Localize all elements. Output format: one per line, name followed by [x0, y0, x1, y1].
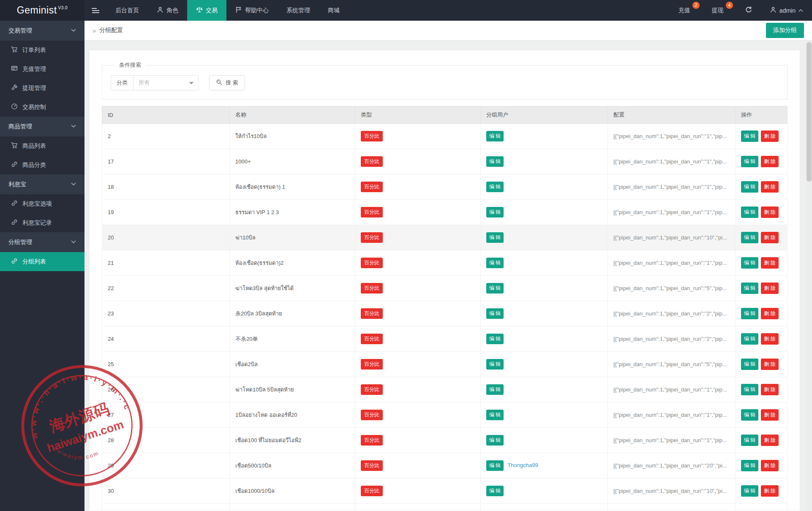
- sidebar-section-lixibao[interactable]: 利息宝: [0, 174, 84, 194]
- cell-type: 百分比: [355, 276, 481, 301]
- cell-actions: 编 辑删 除: [736, 276, 787, 301]
- search-button[interactable]: 搜 索: [209, 75, 245, 90]
- row-edit-button[interactable]: 编 辑: [741, 333, 758, 345]
- cart-icon: [11, 46, 18, 54]
- row-delete-button[interactable]: 删 除: [761, 156, 778, 167]
- sidebar-item-order-list[interactable]: 订单列表: [0, 41, 84, 60]
- group-edit-button[interactable]: 编 辑: [486, 232, 504, 243]
- group-edit-button[interactable]: 编 辑: [486, 182, 504, 192]
- sidebar-item-recharge-mgmt[interactable]: 充值管理: [0, 60, 84, 79]
- cell-actions: 编 辑删 除: [736, 149, 787, 174]
- type-badge: 百分比: [361, 359, 383, 370]
- content-card: 条件搜索 分类 所有 搜 索 ID 名称: [89, 50, 800, 511]
- row-edit-button[interactable]: 编 辑: [741, 257, 758, 269]
- group-edit-button[interactable]: 编 辑: [486, 486, 504, 496]
- group-edit-button[interactable]: 编 辑: [486, 435, 504, 446]
- scrollbar-track[interactable]: [806, 41, 812, 511]
- nav-item-help[interactable]: 帮助中心: [226, 0, 278, 21]
- nav-item-dashboard[interactable]: 后台首页: [106, 0, 148, 21]
- group-user-link[interactable]: Thongcha99: [507, 462, 538, 468]
- row-edit-button[interactable]: 编 辑: [741, 435, 758, 446]
- sidebar-item-group-list[interactable]: 分组列表: [0, 252, 84, 271]
- row-edit-button[interactable]: 编 辑: [741, 207, 758, 218]
- row-delete-button[interactable]: 删 除: [761, 409, 778, 421]
- row-delete-button[interactable]: 删 除: [761, 384, 778, 395]
- row-delete-button[interactable]: 删 除: [761, 181, 778, 193]
- sidebar-section-goods[interactable]: 商品管理: [0, 117, 84, 136]
- row-edit-button[interactable]: 编 辑: [741, 181, 758, 193]
- user-icon: [770, 6, 777, 14]
- row-edit-button[interactable]: 编 辑: [741, 384, 758, 395]
- row-delete-button[interactable]: 删 除: [761, 232, 778, 243]
- sidebar-item-lixibao-records[interactable]: 利息宝记录: [0, 213, 84, 232]
- col-actions: 操作: [736, 106, 787, 124]
- sidebar-section-group[interactable]: 分组管理: [0, 232, 84, 252]
- sidebar-item-trade-control[interactable]: 交易控制: [0, 98, 84, 117]
- row-edit-button[interactable]: 编 辑: [741, 485, 758, 497]
- group-edit-button[interactable]: 编 辑: [486, 359, 504, 370]
- cell-group-user: 编 辑: [481, 124, 608, 149]
- row-delete-button[interactable]: 删 除: [761, 359, 778, 370]
- sidebar-item-withdraw-mgmt[interactable]: 提现管理: [0, 79, 84, 98]
- cell-actions: 编 辑删 除: [736, 200, 787, 225]
- group-edit-button[interactable]: 编 辑: [486, 308, 504, 319]
- row-delete-button[interactable]: 删 除: [761, 333, 778, 345]
- group-edit-button[interactable]: 编 辑: [486, 283, 504, 294]
- cell-config: [{"pipei_dan_num":1,"pipei_dan_run":"1",…: [608, 124, 736, 149]
- row-delete-button[interactable]: 删 除: [761, 308, 778, 319]
- row-edit-button[interactable]: 编 辑: [741, 308, 758, 319]
- scrollbar-thumb[interactable]: [807, 42, 812, 182]
- nav-item-roles[interactable]: 角色: [148, 0, 187, 21]
- search-icon: [216, 79, 222, 87]
- add-group-button[interactable]: 添加分组: [766, 23, 804, 38]
- row-edit-button[interactable]: 编 辑: [741, 283, 758, 294]
- cell-config: [{"pipei_dan_num":1,"pipei_dan_run":"2",…: [608, 326, 736, 352]
- flag-icon: [235, 6, 242, 14]
- type-badge: 百分比: [361, 308, 383, 319]
- row-delete-button[interactable]: 删 除: [761, 485, 778, 497]
- user-menu[interactable]: admin: [761, 0, 812, 21]
- group-edit-button[interactable]: 编 辑: [486, 156, 504, 167]
- sidebar-toggle-button[interactable]: [84, 0, 106, 21]
- category-selected-value: 所有: [139, 79, 150, 86]
- nav-recharge[interactable]: 充值 2: [670, 0, 703, 21]
- refresh-button[interactable]: [736, 0, 761, 21]
- cell-config: [{"pipei_dan_num":1,"pipei_dan_run":"10"…: [608, 478, 736, 504]
- row-delete-button[interactable]: 删 除: [761, 460, 778, 471]
- group-edit-button[interactable]: 编 辑: [486, 460, 504, 471]
- group-edit-button[interactable]: 编 辑: [486, 207, 504, 217]
- group-edit-button[interactable]: 编 辑: [486, 384, 504, 395]
- category-select[interactable]: 所有: [133, 75, 199, 90]
- search-legend: 条件搜索: [115, 61, 145, 69]
- nav-item-system[interactable]: 系统管理: [278, 0, 319, 21]
- row-delete-button[interactable]: 删 除: [761, 283, 778, 294]
- sidebar-item-lixibao-options[interactable]: 利息宝选项: [0, 194, 84, 213]
- row-edit-button[interactable]: 编 辑: [741, 156, 758, 167]
- sidebar-item-goods-category[interactable]: 商品分类: [0, 155, 84, 174]
- row-delete-button[interactable]: 删 除: [761, 207, 778, 218]
- row-delete-button[interactable]: 删 除: [761, 435, 778, 446]
- sidebar-item-goods-list[interactable]: 商品列表: [0, 136, 84, 155]
- row-delete-button[interactable]: 删 除: [761, 257, 778, 269]
- breadcrumb-icon: »: [93, 27, 96, 34]
- col-name: 名称: [230, 106, 355, 124]
- group-edit-button[interactable]: 编 辑: [486, 258, 504, 268]
- row-edit-button[interactable]: 编 辑: [741, 232, 758, 243]
- row-edit-button[interactable]: 编 辑: [741, 409, 758, 421]
- row-edit-button[interactable]: 编 辑: [741, 460, 758, 471]
- row-edit-button[interactable]: 编 辑: [741, 359, 758, 370]
- row-edit-button[interactable]: 编 辑: [741, 130, 758, 142]
- group-edit-button[interactable]: 编 辑: [486, 410, 504, 420]
- cell-type: 百分比: [355, 124, 481, 149]
- type-badge: 百分比: [361, 156, 383, 167]
- sidebar-section-trade[interactable]: 交易管理: [0, 21, 84, 41]
- row-delete-button[interactable]: 删 除: [761, 130, 778, 142]
- user-icon: [157, 6, 163, 14]
- nav-item-mall[interactable]: 商城: [319, 0, 349, 21]
- cell-group-user: 编 辑: [481, 326, 608, 352]
- group-edit-button[interactable]: 编 辑: [486, 131, 504, 141]
- nav-withdraw[interactable]: 提现 4: [703, 0, 736, 21]
- cell-config: [{"pipei_dan_num":1,"pipei_dan_run":"2",…: [608, 301, 736, 326]
- group-edit-button[interactable]: 编 辑: [486, 334, 504, 344]
- nav-item-trade[interactable]: 交易: [187, 0, 226, 21]
